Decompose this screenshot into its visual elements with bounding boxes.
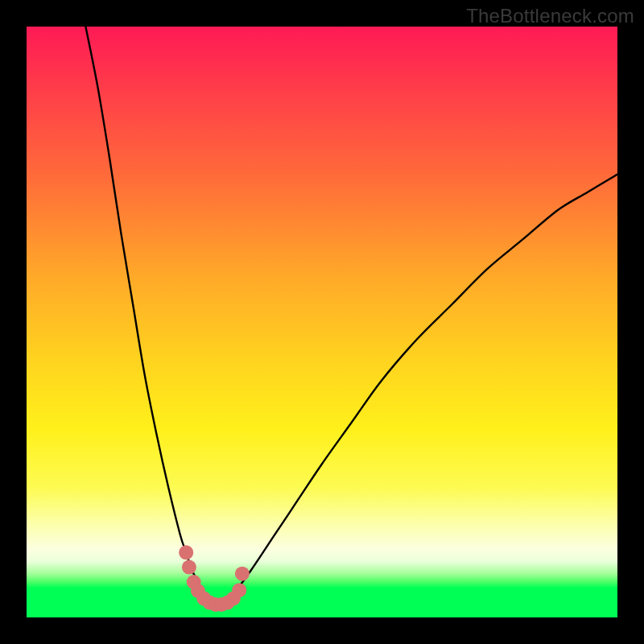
valley-marker (179, 545, 193, 559)
bottleneck-curve-right-branch (221, 175, 617, 606)
plot-area (27, 27, 617, 617)
valley-marker (235, 567, 250, 581)
chart-frame: TheBottleneck.com (0, 0, 644, 644)
bottleneck-curve-left-branch (85, 27, 221, 606)
valley-marker (232, 583, 246, 597)
watermark-text: TheBottleneck.com (466, 5, 634, 27)
marker-layer (179, 545, 250, 612)
curve-layer (85, 27, 617, 606)
curves-svg (27, 27, 617, 617)
valley-marker (182, 560, 196, 575)
